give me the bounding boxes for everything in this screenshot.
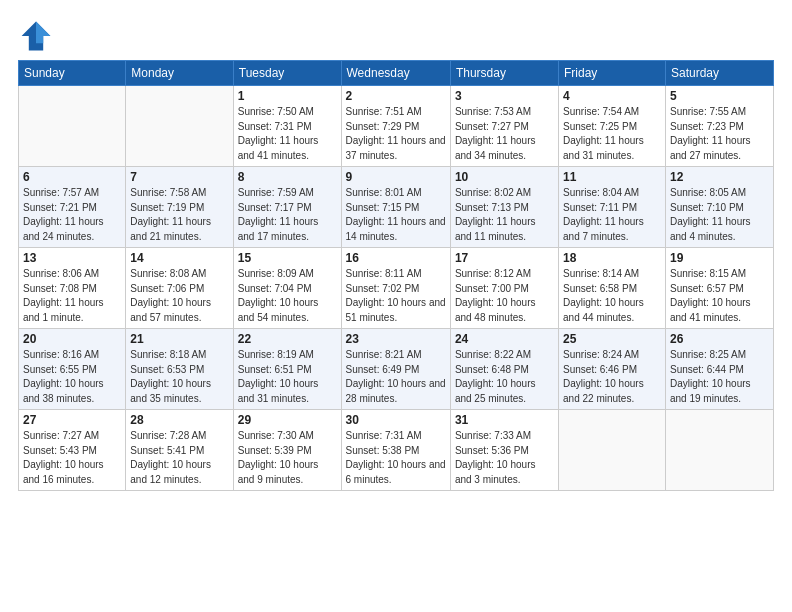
header [18,18,774,54]
day-number: 26 [670,332,769,346]
day-number: 3 [455,89,554,103]
day-info: Sunrise: 8:04 AM Sunset: 7:11 PM Dayligh… [563,186,661,244]
calendar-week-row: 13Sunrise: 8:06 AM Sunset: 7:08 PM Dayli… [19,248,774,329]
calendar-cell: 12Sunrise: 8:05 AM Sunset: 7:10 PM Dayli… [665,167,773,248]
day-info: Sunrise: 8:12 AM Sunset: 7:00 PM Dayligh… [455,267,554,325]
day-info: Sunrise: 8:05 AM Sunset: 7:10 PM Dayligh… [670,186,769,244]
day-of-week-header: Saturday [665,61,773,86]
calendar-cell: 13Sunrise: 8:06 AM Sunset: 7:08 PM Dayli… [19,248,126,329]
day-number: 7 [130,170,228,184]
calendar-cell: 22Sunrise: 8:19 AM Sunset: 6:51 PM Dayli… [233,329,341,410]
day-info: Sunrise: 8:01 AM Sunset: 7:15 PM Dayligh… [346,186,446,244]
day-info: Sunrise: 8:21 AM Sunset: 6:49 PM Dayligh… [346,348,446,406]
day-number: 22 [238,332,337,346]
day-number: 10 [455,170,554,184]
day-info: Sunrise: 8:11 AM Sunset: 7:02 PM Dayligh… [346,267,446,325]
calendar-cell: 1Sunrise: 7:50 AM Sunset: 7:31 PM Daylig… [233,86,341,167]
day-info: Sunrise: 7:51 AM Sunset: 7:29 PM Dayligh… [346,105,446,163]
calendar-cell [665,410,773,491]
calendar-cell: 23Sunrise: 8:21 AM Sunset: 6:49 PM Dayli… [341,329,450,410]
calendar-cell: 9Sunrise: 8:01 AM Sunset: 7:15 PM Daylig… [341,167,450,248]
day-info: Sunrise: 8:15 AM Sunset: 6:57 PM Dayligh… [670,267,769,325]
day-info: Sunrise: 7:53 AM Sunset: 7:27 PM Dayligh… [455,105,554,163]
day-info: Sunrise: 7:50 AM Sunset: 7:31 PM Dayligh… [238,105,337,163]
day-number: 19 [670,251,769,265]
calendar-cell: 10Sunrise: 8:02 AM Sunset: 7:13 PM Dayli… [450,167,558,248]
day-info: Sunrise: 7:59 AM Sunset: 7:17 PM Dayligh… [238,186,337,244]
day-info: Sunrise: 8:09 AM Sunset: 7:04 PM Dayligh… [238,267,337,325]
day-info: Sunrise: 8:02 AM Sunset: 7:13 PM Dayligh… [455,186,554,244]
day-number: 12 [670,170,769,184]
calendar-cell: 2Sunrise: 7:51 AM Sunset: 7:29 PM Daylig… [341,86,450,167]
calendar-cell [559,410,666,491]
calendar-cell: 25Sunrise: 8:24 AM Sunset: 6:46 PM Dayli… [559,329,666,410]
calendar-cell: 6Sunrise: 7:57 AM Sunset: 7:21 PM Daylig… [19,167,126,248]
calendar-cell: 27Sunrise: 7:27 AM Sunset: 5:43 PM Dayli… [19,410,126,491]
day-number: 17 [455,251,554,265]
logo [18,18,58,54]
day-info: Sunrise: 8:14 AM Sunset: 6:58 PM Dayligh… [563,267,661,325]
calendar-cell: 31Sunrise: 7:33 AM Sunset: 5:36 PM Dayli… [450,410,558,491]
day-number: 21 [130,332,228,346]
day-number: 2 [346,89,446,103]
day-info: Sunrise: 7:58 AM Sunset: 7:19 PM Dayligh… [130,186,228,244]
day-number: 5 [670,89,769,103]
calendar-cell: 8Sunrise: 7:59 AM Sunset: 7:17 PM Daylig… [233,167,341,248]
day-info: Sunrise: 8:22 AM Sunset: 6:48 PM Dayligh… [455,348,554,406]
calendar-cell: 21Sunrise: 8:18 AM Sunset: 6:53 PM Dayli… [126,329,233,410]
day-of-week-header: Friday [559,61,666,86]
logo-icon [18,18,54,54]
day-of-week-header: Sunday [19,61,126,86]
calendar-cell: 3Sunrise: 7:53 AM Sunset: 7:27 PM Daylig… [450,86,558,167]
svg-marker-1 [36,22,50,44]
page: SundayMondayTuesdayWednesdayThursdayFrid… [0,0,792,612]
calendar-cell: 4Sunrise: 7:54 AM Sunset: 7:25 PM Daylig… [559,86,666,167]
calendar-header-row: SundayMondayTuesdayWednesdayThursdayFrid… [19,61,774,86]
day-of-week-header: Thursday [450,61,558,86]
day-number: 8 [238,170,337,184]
day-number: 25 [563,332,661,346]
day-of-week-header: Tuesday [233,61,341,86]
day-number: 23 [346,332,446,346]
calendar-cell: 15Sunrise: 8:09 AM Sunset: 7:04 PM Dayli… [233,248,341,329]
calendar-cell: 7Sunrise: 7:58 AM Sunset: 7:19 PM Daylig… [126,167,233,248]
day-number: 1 [238,89,337,103]
day-number: 13 [23,251,121,265]
day-number: 16 [346,251,446,265]
day-number: 9 [346,170,446,184]
day-info: Sunrise: 7:54 AM Sunset: 7:25 PM Dayligh… [563,105,661,163]
calendar-week-row: 20Sunrise: 8:16 AM Sunset: 6:55 PM Dayli… [19,329,774,410]
day-number: 29 [238,413,337,427]
day-number: 28 [130,413,228,427]
calendar-cell: 18Sunrise: 8:14 AM Sunset: 6:58 PM Dayli… [559,248,666,329]
day-number: 4 [563,89,661,103]
calendar-cell: 30Sunrise: 7:31 AM Sunset: 5:38 PM Dayli… [341,410,450,491]
day-info: Sunrise: 7:57 AM Sunset: 7:21 PM Dayligh… [23,186,121,244]
calendar-week-row: 27Sunrise: 7:27 AM Sunset: 5:43 PM Dayli… [19,410,774,491]
day-number: 30 [346,413,446,427]
day-info: Sunrise: 8:08 AM Sunset: 7:06 PM Dayligh… [130,267,228,325]
calendar-cell: 11Sunrise: 8:04 AM Sunset: 7:11 PM Dayli… [559,167,666,248]
calendar-week-row: 6Sunrise: 7:57 AM Sunset: 7:21 PM Daylig… [19,167,774,248]
day-number: 14 [130,251,228,265]
day-info: Sunrise: 7:31 AM Sunset: 5:38 PM Dayligh… [346,429,446,487]
day-info: Sunrise: 8:16 AM Sunset: 6:55 PM Dayligh… [23,348,121,406]
calendar-week-row: 1Sunrise: 7:50 AM Sunset: 7:31 PM Daylig… [19,86,774,167]
day-of-week-header: Wednesday [341,61,450,86]
calendar-cell [19,86,126,167]
calendar-cell: 26Sunrise: 8:25 AM Sunset: 6:44 PM Dayli… [665,329,773,410]
calendar-cell: 20Sunrise: 8:16 AM Sunset: 6:55 PM Dayli… [19,329,126,410]
day-info: Sunrise: 7:55 AM Sunset: 7:23 PM Dayligh… [670,105,769,163]
day-of-week-header: Monday [126,61,233,86]
calendar-cell: 19Sunrise: 8:15 AM Sunset: 6:57 PM Dayli… [665,248,773,329]
calendar-cell: 17Sunrise: 8:12 AM Sunset: 7:00 PM Dayli… [450,248,558,329]
calendar-cell: 14Sunrise: 8:08 AM Sunset: 7:06 PM Dayli… [126,248,233,329]
calendar-cell: 28Sunrise: 7:28 AM Sunset: 5:41 PM Dayli… [126,410,233,491]
day-number: 15 [238,251,337,265]
day-info: Sunrise: 8:25 AM Sunset: 6:44 PM Dayligh… [670,348,769,406]
day-info: Sunrise: 8:06 AM Sunset: 7:08 PM Dayligh… [23,267,121,325]
day-number: 24 [455,332,554,346]
day-number: 31 [455,413,554,427]
day-info: Sunrise: 7:33 AM Sunset: 5:36 PM Dayligh… [455,429,554,487]
day-info: Sunrise: 7:28 AM Sunset: 5:41 PM Dayligh… [130,429,228,487]
